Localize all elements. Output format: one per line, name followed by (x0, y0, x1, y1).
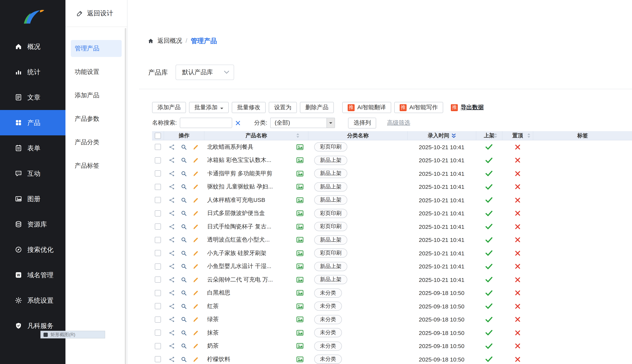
sidebar-item-stats[interactable]: 统计 (0, 59, 65, 84)
preview-icon[interactable] (180, 224, 187, 230)
library-select[interactable]: 默认产品库 (175, 64, 234, 80)
sidebar-item-forms[interactable]: 表单 (0, 135, 65, 161)
row-checkbox[interactable] (155, 277, 161, 283)
clear-search-icon[interactable] (236, 120, 240, 125)
preview-icon[interactable] (180, 170, 187, 177)
row-checkbox[interactable] (155, 330, 161, 336)
preview-icon[interactable] (180, 237, 187, 243)
preview-icon[interactable] (180, 263, 187, 270)
edit-icon[interactable] (192, 330, 199, 336)
product-name[interactable]: 卡通指甲剪 多功能美甲剪 (207, 170, 272, 177)
preview-icon[interactable] (180, 197, 187, 204)
row-checkbox[interactable] (155, 264, 161, 270)
submenu-item-product-categories[interactable]: 产品分类 (71, 134, 122, 151)
on-shelf-status-icon[interactable] (476, 246, 502, 260)
row-checkbox[interactable] (155, 290, 161, 296)
on-shelf-status-icon[interactable] (476, 207, 502, 220)
share-icon[interactable] (169, 224, 175, 230)
sidebar-item-interaction[interactable]: 互动 (0, 161, 65, 186)
on-shelf-status-icon[interactable] (476, 353, 502, 364)
row-checkbox[interactable] (155, 210, 161, 216)
share-icon[interactable] (169, 330, 175, 336)
share-icon[interactable] (169, 343, 175, 350)
share-icon[interactable] (169, 250, 175, 256)
preview-icon[interactable] (180, 316, 187, 323)
pinned-status-icon[interactable] (502, 286, 533, 300)
add-product-button[interactable]: 添加产品 (152, 102, 186, 113)
on-shelf-status-icon[interactable] (476, 273, 502, 286)
ai-writing-button[interactable]: 推 AI智能写作 (394, 102, 443, 113)
product-name[interactable]: 柠檬饮料 (207, 356, 230, 363)
submenu-item-add-product[interactable]: 添加产品 (71, 87, 122, 104)
row-checkbox[interactable] (155, 356, 161, 362)
column-header-entry-time[interactable]: 录入时间 (407, 131, 476, 140)
product-image-icon[interactable] (296, 184, 303, 190)
share-icon[interactable] (169, 170, 175, 177)
batch-add-button[interactable]: 批量添加 (189, 102, 229, 113)
preview-icon[interactable] (180, 343, 187, 350)
pinned-status-icon[interactable] (502, 273, 533, 286)
preview-icon[interactable] (180, 250, 187, 256)
product-name[interactable]: 日式手绘陶瓷杯子 复古... (207, 223, 271, 230)
product-image-icon[interactable] (296, 330, 303, 336)
row-checkbox[interactable] (155, 237, 161, 243)
product-image-icon[interactable] (296, 356, 303, 362)
submenu-item-manage-products[interactable]: 管理产品 (71, 40, 122, 57)
select-columns-button[interactable]: 选择列 (348, 118, 376, 128)
row-checkbox[interactable] (155, 170, 161, 177)
product-image-icon[interactable] (296, 277, 303, 283)
delete-product-button[interactable]: 删除产品 (300, 102, 334, 113)
product-image-icon[interactable] (296, 264, 303, 270)
product-image-icon[interactable] (296, 171, 303, 176)
pinned-status-icon[interactable] (502, 194, 533, 207)
pinned-status-icon[interactable] (502, 353, 533, 364)
row-checkbox[interactable] (155, 316, 161, 323)
edit-icon[interactable] (192, 170, 199, 177)
product-name[interactable]: 日式多层微波炉便当盒 (207, 210, 265, 217)
on-shelf-status-icon[interactable] (476, 180, 502, 194)
share-icon[interactable] (169, 276, 175, 283)
column-header-pinned[interactable]: 置顶 (502, 131, 533, 140)
sidebar-item-seo[interactable]: 搜索优化 (0, 237, 65, 262)
pinned-status-icon[interactable] (502, 313, 533, 326)
export-data-link[interactable]: 推 导出数据 (451, 104, 484, 111)
submenu-item-product-tags[interactable]: 产品标签 (71, 157, 122, 174)
product-name[interactable]: 透明波点红蓝色小型犬... (207, 236, 270, 244)
edit-icon[interactable] (192, 184, 199, 190)
product-name[interactable]: 人体秤精准可充电USB (207, 196, 265, 204)
product-image-icon[interactable] (296, 250, 303, 256)
product-name[interactable]: 北欧蜡画系列餐具 (207, 144, 253, 151)
product-name[interactable]: 云朵闹钟二代 可充电 万... (207, 276, 273, 284)
category-select[interactable]: (全部) (271, 118, 335, 128)
brand-logo[interactable] (0, 0, 65, 34)
pinned-status-icon[interactable] (502, 207, 533, 220)
row-checkbox[interactable] (155, 343, 161, 349)
on-shelf-status-icon[interactable] (476, 313, 502, 326)
on-shelf-status-icon[interactable] (476, 233, 502, 246)
pinned-status-icon[interactable] (502, 220, 533, 233)
sidebar-item-resources[interactable]: 资源库 (0, 212, 65, 237)
back-to-design-button[interactable]: 返回设计 (65, 0, 127, 27)
product-image-icon[interactable] (296, 237, 303, 243)
preview-icon[interactable] (180, 290, 187, 296)
sidebar-item-products[interactable]: 产品 (0, 110, 65, 135)
product-image-icon[interactable] (296, 197, 303, 203)
share-icon[interactable] (169, 303, 175, 310)
share-icon[interactable] (169, 210, 175, 217)
edit-icon[interactable] (192, 210, 199, 217)
edit-icon[interactable] (192, 237, 199, 243)
pinned-status-icon[interactable] (502, 233, 533, 246)
pinned-status-icon[interactable] (502, 167, 533, 180)
column-header-on-shelf[interactable]: 上架 (476, 131, 502, 140)
home-icon[interactable] (147, 38, 154, 44)
on-shelf-status-icon[interactable] (476, 340, 502, 353)
row-checkbox[interactable] (155, 224, 161, 230)
name-search-input[interactable] (180, 118, 232, 128)
edit-icon[interactable] (192, 144, 199, 150)
row-checkbox[interactable] (155, 250, 161, 256)
share-icon[interactable] (169, 263, 175, 270)
product-image-icon[interactable] (296, 144, 303, 150)
preview-icon[interactable] (180, 157, 187, 164)
product-name[interactable]: 驱蚊扣 儿童驱蚊贴 孕妇... (207, 183, 273, 190)
on-shelf-status-icon[interactable] (476, 140, 502, 154)
